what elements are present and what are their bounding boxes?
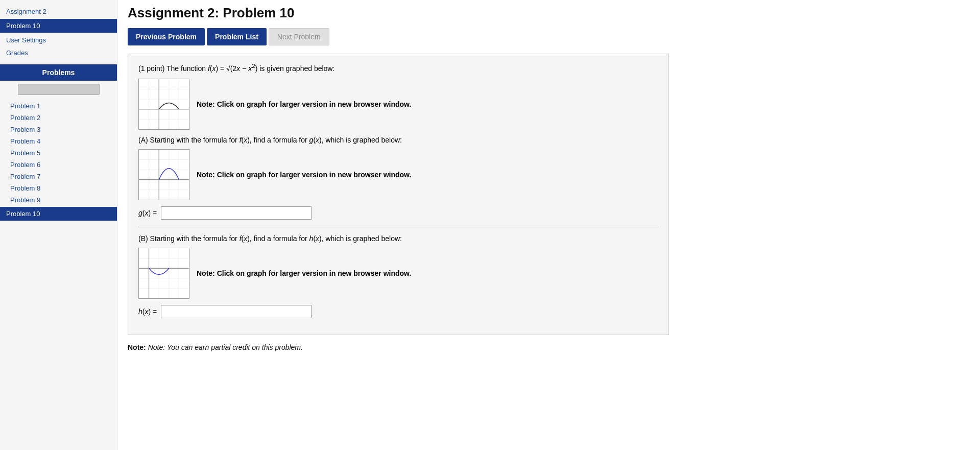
sidebar-problem-2[interactable]: Problem 2	[0, 112, 117, 124]
page-title: Assignment 2: Problem 10	[128, 5, 970, 21]
sidebar-problem-3[interactable]: Problem 3	[0, 124, 117, 135]
sidebar-problem-10-active: Problem 10	[0, 207, 117, 221]
next-problem-button: Next Problem	[269, 28, 329, 45]
sidebar-problem-4[interactable]: Problem 4	[0, 135, 117, 147]
gx-answer-input[interactable]	[161, 206, 312, 220]
hx-graph-note: Note: Click on graph for larger version …	[197, 269, 411, 277]
sidebar-problem-7[interactable]: Problem 7	[0, 171, 117, 182]
problem-intro: (1 point) The function f(x) = √(2x − x2)…	[138, 62, 658, 73]
part-b-label: (B) Starting with the formula for f(x), …	[138, 234, 658, 243]
problems-header: Problems	[0, 64, 117, 81]
gx-graph-note: Note: Click on graph for larger version …	[197, 171, 411, 179]
problems-search-input[interactable]	[18, 84, 100, 95]
part-divider	[138, 227, 658, 227]
sidebar: Assignment 2 Problem 10 User Settings Gr…	[0, 0, 117, 450]
partial-credit-note: Note: Note: You can earn partial credit …	[128, 343, 970, 351]
toolbar: Previous Problem Problem List Next Probl…	[128, 28, 970, 45]
previous-problem-button[interactable]: Previous Problem	[128, 28, 205, 45]
gx-graph[interactable]	[138, 149, 189, 200]
part-a-label: (A) Starting with the formula for f(x), …	[138, 136, 658, 144]
hx-graph[interactable]	[138, 248, 189, 299]
hx-graph-row: Note: Click on graph for larger version …	[138, 248, 658, 299]
fx-graph-note: Note: Click on graph for larger version …	[197, 100, 411, 108]
hx-answer-input[interactable]	[161, 305, 312, 318]
sidebar-assignment-link[interactable]: Assignment 2	[0, 5, 117, 18]
sidebar-problem-5[interactable]: Problem 5	[0, 147, 117, 159]
sidebar-problem-9[interactable]: Problem 9	[0, 194, 117, 206]
hx-input-row: h(x) =	[138, 305, 658, 318]
problem-list-button[interactable]: Problem List	[207, 28, 267, 45]
sidebar-active-problem: Problem 10	[0, 19, 117, 33]
sidebar-user-settings[interactable]: User Settings	[0, 34, 117, 46]
sidebar-problem-6[interactable]: Problem 6	[0, 159, 117, 171]
sidebar-problem-1[interactable]: Problem 1	[0, 100, 117, 112]
fx-graph-row: Note: Click on graph for larger version …	[138, 79, 658, 130]
hx-input-label: h(x) =	[138, 307, 157, 316]
sidebar-problem-8[interactable]: Problem 8	[0, 182, 117, 194]
gx-input-label: g(x) =	[138, 209, 157, 217]
main-content: Assignment 2: Problem 10 Previous Proble…	[117, 0, 980, 450]
problem-box: (1 point) The function f(x) = √(2x − x2)…	[128, 54, 669, 335]
gx-graph-row: Note: Click on graph for larger version …	[138, 149, 658, 200]
fx-graph[interactable]	[138, 79, 189, 130]
gx-input-row: g(x) =	[138, 206, 658, 220]
sidebar-grades[interactable]: Grades	[0, 46, 117, 59]
